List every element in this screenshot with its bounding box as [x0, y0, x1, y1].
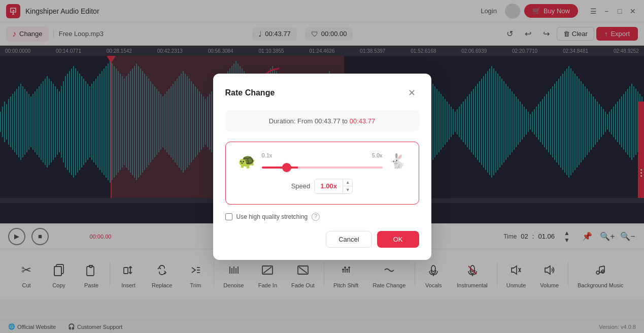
speed-down-button[interactable]: ▼ [343, 186, 352, 193]
speed-label: Speed [291, 182, 311, 190]
duration-box: Duration: From 00:43.77 to 00:43.77 [225, 110, 419, 131]
help-icon[interactable]: ? [312, 213, 320, 221]
duration-label: Duration: From 00:43.77 to [269, 117, 348, 125]
speed-up-button[interactable]: ▲ [343, 179, 352, 186]
speed-range-row: 🐢 0.1x 5.0x 🐇 [238, 152, 406, 171]
turtle-icon: 🐢 [238, 153, 256, 170]
modal-footer: Cancel OK [225, 231, 419, 248]
speed-slider[interactable] [262, 166, 383, 169]
speed-box: 🐢 0.1x 5.0x 🐇 Speed ▲ ▼ [225, 142, 419, 205]
rate-change-modal: Rate Change ✕ Duration: From 00:43.77 to… [213, 74, 431, 260]
quality-checkbox[interactable] [225, 213, 232, 220]
duration-from: Duration: From 00:43.77 to 00:43.77 [269, 117, 376, 125]
speed-row: Speed ▲ ▼ [238, 179, 406, 194]
ok-button[interactable]: OK [377, 231, 419, 248]
quality-label: Use high quality stretching [236, 213, 308, 220]
rabbit-icon: 🐇 [389, 153, 406, 170]
spin-buttons: ▲ ▼ [343, 179, 352, 193]
modal-overlay[interactable]: Rate Change ✕ Duration: From 00:43.77 to… [0, 0, 644, 333]
max-speed-label: 5.0x [372, 152, 383, 158]
quality-row: Use high quality stretching ? [225, 213, 419, 221]
speed-spinbox[interactable]: ▲ ▼ [314, 179, 353, 194]
duration-highlight: 00:43.77 [350, 117, 376, 125]
min-speed-label: 0.1x [262, 152, 273, 158]
range-labels: 0.1x 5.0x [262, 152, 383, 158]
modal-close-button[interactable]: ✕ [405, 86, 419, 100]
speed-slider-container: 0.1x 5.0x [262, 152, 383, 171]
speed-value-input[interactable] [315, 180, 343, 192]
modal-header: Rate Change ✕ [225, 86, 419, 100]
cancel-button[interactable]: Cancel [326, 231, 371, 248]
modal-title: Rate Change [225, 88, 275, 97]
